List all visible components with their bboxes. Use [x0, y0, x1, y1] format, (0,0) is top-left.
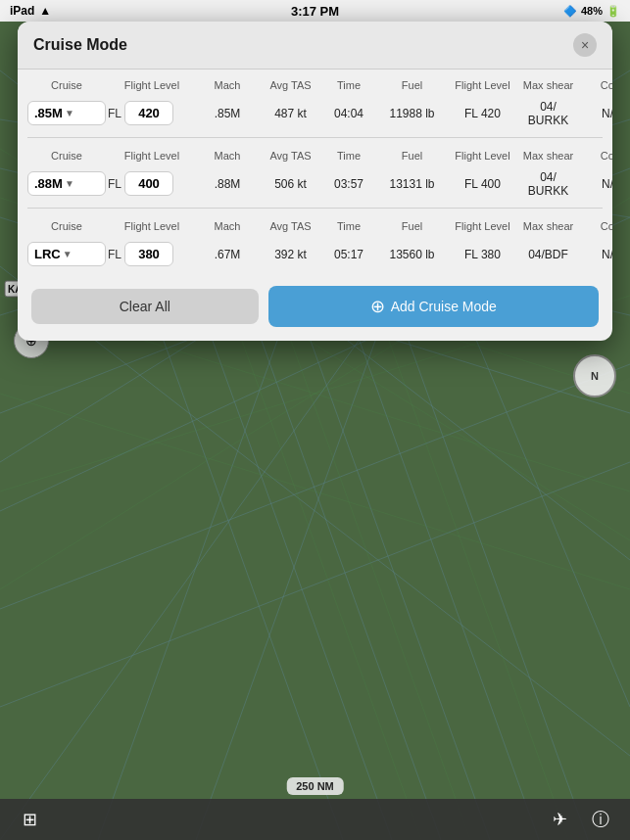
cruise-header-row-2: Cruise Flight Level Mach Avg TAS Time Fu… — [27, 146, 603, 165]
col-cruise-1: Cruise — [27, 79, 106, 91]
dropdown-arrow-1: ▼ — [65, 108, 74, 118]
col-flout-3: Flight Level — [451, 220, 514, 232]
col-cost-3: Cost — [582, 220, 612, 232]
device-label: iPad — [10, 4, 34, 18]
cruise-data-row-2: .88M ▼ FL .88M 506 kt 03:57 13131 lb FL … — [27, 165, 603, 202]
status-time: 3:17 PM — [291, 4, 339, 19]
fl-label-2: FL — [108, 177, 121, 191]
avgtas-1: 487 kt — [259, 107, 322, 120]
fuel-2: 13131 lb — [375, 177, 449, 191]
col-mach-2: Mach — [198, 150, 257, 162]
fl-label-1: FL — [108, 107, 121, 120]
cruise-header-row-3: Cruise Flight Level Mach Avg TAS Time Fu… — [27, 216, 603, 236]
wifi-icon: ▲ — [39, 4, 51, 18]
cruise-section-2: Cruise Flight Level Mach Avg TAS Time Fu… — [18, 140, 612, 206]
bluetooth-icon: 🔷 — [563, 5, 577, 18]
divider-1 — [27, 137, 603, 138]
col-mach-1: Mach — [198, 79, 257, 91]
dropdown-arrow-3: ▼ — [63, 249, 73, 259]
close-button[interactable]: × — [573, 33, 597, 57]
clear-all-button[interactable]: Clear All — [31, 289, 259, 324]
dialog-footer: Clear All ⊕ Add Cruise Mode — [18, 276, 612, 341]
toolbar-right: ✈ ⓘ — [544, 804, 616, 835]
bottom-toolbar: ⊞ ✈ ⓘ — [0, 799, 630, 840]
col-fuel-3: Fuel — [375, 220, 449, 232]
compass-label: N — [591, 370, 599, 382]
fl-input-2[interactable] — [124, 171, 173, 196]
col-fuel-1: Fuel — [375, 79, 449, 91]
mach-3: .67M — [198, 248, 257, 261]
fl-container-1: FL — [108, 101, 196, 125]
cost-3: N/A — [582, 248, 612, 261]
status-left: iPad ▲ — [10, 4, 51, 18]
plus-icon: ⊕ — [370, 296, 385, 317]
flout-1: FL 420 — [451, 107, 514, 120]
col-cost-2: Cost — [582, 150, 612, 162]
shear-3: 04/BDF — [516, 248, 580, 261]
cruise-header-row-1: Cruise Flight Level Mach Avg TAS Time Fu… — [27, 75, 603, 95]
cruise-mode-dialog: Cruise Mode × Cruise Flight Level Mach A… — [18, 22, 612, 341]
flout-3: FL 380 — [451, 248, 514, 261]
scale-bar: 250 NM — [286, 777, 344, 795]
col-flout-2: Flight Level — [451, 150, 514, 162]
fl-input-3[interactable] — [124, 242, 173, 266]
battery-icon: 🔋 — [606, 5, 620, 18]
cruise-data-row-3: LRC ▼ FL .67M 392 kt 05:17 13560 lb FL 3… — [27, 236, 603, 272]
flout-2: FL 400 — [451, 177, 514, 191]
dialog-title: Cruise Mode — [33, 36, 127, 54]
fl-label-3: FL — [108, 248, 121, 261]
col-cruise-2: Cruise — [27, 150, 106, 162]
cruise-value-3: LRC — [34, 247, 61, 261]
fuel-1: 11988 lb — [375, 107, 449, 120]
layers-icon: ⊞ — [23, 809, 37, 830]
mach-2: .88M — [198, 177, 257, 191]
avgtas-3: 392 kt — [259, 248, 322, 261]
fl-container-3: FL — [108, 242, 196, 266]
col-fl-3: Flight Level — [108, 220, 196, 232]
col-time-3: Time — [324, 220, 373, 232]
info-button[interactable]: ⓘ — [585, 804, 616, 835]
col-fl-2: Flight Level — [108, 150, 196, 162]
plane-icon: ✈ — [553, 809, 567, 830]
col-avgtas-3: Avg TAS — [259, 220, 322, 232]
scale-label: 250 NM — [296, 780, 334, 792]
battery-level: 48% — [581, 5, 603, 17]
cruise-dropdown-3[interactable]: LRC ▼ — [27, 242, 106, 266]
layers-button[interactable]: ⊞ — [14, 804, 45, 835]
cost-2: N/A — [582, 177, 612, 191]
shear-1: 04/ BURKK — [516, 100, 580, 127]
fl-container-2: FL — [108, 171, 196, 196]
col-time-1: Time — [324, 79, 373, 91]
dialog-header: Cruise Mode × — [18, 22, 612, 70]
plane-button[interactable]: ✈ — [544, 804, 575, 835]
col-flout-1: Flight Level — [451, 79, 514, 91]
shear-2: 04/ BURKK — [516, 170, 580, 198]
col-avgtas-2: Avg TAS — [259, 150, 322, 162]
time-2: 03:57 — [324, 177, 373, 191]
col-shear-1: Max shear — [516, 79, 580, 91]
col-cruise-3: Cruise — [27, 220, 106, 232]
fl-input-1[interactable] — [124, 101, 173, 125]
status-bar: iPad ▲ 3:17 PM 🔷 48% 🔋 — [0, 0, 630, 22]
col-fl-1: Flight Level — [108, 79, 196, 91]
time-3: 05:17 — [324, 248, 373, 261]
col-avgtas-1: Avg TAS — [259, 79, 322, 91]
time-1: 04:04 — [324, 107, 373, 120]
cruise-section-1: Cruise Flight Level Mach Avg TAS Time Fu… — [18, 70, 612, 135]
dropdown-arrow-2: ▼ — [65, 178, 74, 189]
fuel-3: 13560 lb — [375, 248, 449, 261]
cost-1: N/A — [582, 107, 612, 120]
col-fuel-2: Fuel — [375, 150, 449, 162]
cruise-dropdown-1[interactable]: .85M ▼ — [27, 101, 106, 125]
col-time-2: Time — [324, 150, 373, 162]
cruise-value-2: .88M — [34, 176, 63, 191]
col-shear-3: Max shear — [516, 220, 580, 232]
compass-icon: N — [573, 354, 616, 397]
add-cruise-button[interactable]: ⊕ Add Cruise Mode — [268, 286, 599, 327]
cruise-data-row-1: .85M ▼ FL .85M 487 kt 04:04 11988 lb FL … — [27, 95, 603, 131]
cruise-dropdown-2[interactable]: .88M ▼ — [27, 171, 106, 196]
col-cost-1: Cost — [582, 79, 612, 91]
cruise-value-1: .85M — [34, 106, 63, 120]
mach-1: .85M — [198, 107, 257, 120]
add-cruise-label: Add Cruise Mode — [391, 299, 497, 314]
